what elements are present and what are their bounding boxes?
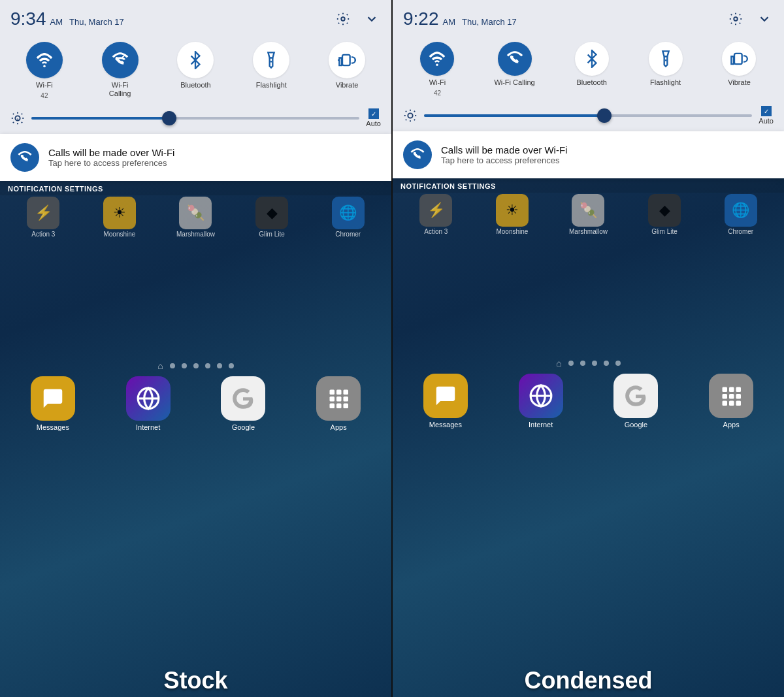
left-vibrate-label: Vibrate bbox=[336, 81, 359, 89]
right-tile-flashlight-circle bbox=[649, 42, 683, 76]
r-internet-icon bbox=[519, 374, 563, 418]
list-item: 🌐 Chromer bbox=[319, 197, 378, 238]
left-quick-settings: Wi-Fi 42 Wi-FiCalling bbox=[0, 37, 391, 106]
svg-rect-32 bbox=[336, 404, 342, 409]
list-item[interactable]: Internet bbox=[512, 374, 570, 429]
left-settings-icon[interactable] bbox=[334, 10, 352, 28]
r-messages-icon bbox=[423, 374, 468, 418]
left-tile-vibrate[interactable]: Vibrate bbox=[321, 42, 373, 89]
left-notification-card[interactable]: Calls will be made over Wi-Fi Tap here t… bbox=[0, 134, 391, 181]
right-bluetooth-label: Bluetooth bbox=[576, 78, 606, 87]
svg-text:A: A bbox=[16, 117, 19, 121]
left-expand-icon[interactable] bbox=[363, 10, 381, 28]
list-item: ◆ Glim Lite bbox=[635, 194, 694, 235]
list-item: 🍡 Marshmallow bbox=[559, 194, 617, 235]
right-notif-title: Calls will be made over Wi-Fi bbox=[441, 144, 567, 155]
right-brightness-fill bbox=[424, 114, 604, 117]
internet-label: Internet bbox=[136, 423, 160, 431]
left-auto-checkbox[interactable]: ✓ bbox=[368, 108, 379, 119]
r-google-icon bbox=[613, 374, 658, 418]
r-dot-2 bbox=[580, 361, 585, 366]
list-item: ☀ Moonshine bbox=[483, 194, 542, 235]
right-status-icons bbox=[727, 10, 774, 28]
right-tile-wifi[interactable]: Wi-Fi 42 bbox=[420, 42, 454, 97]
left-tile-wifi-calling-circle bbox=[102, 42, 139, 78]
svg-rect-56 bbox=[723, 387, 728, 393]
left-brightness-thumb[interactable] bbox=[162, 111, 176, 125]
right-quick-settings: Wi-Fi 42 Wi-Fi Calling bbox=[393, 37, 784, 103]
left-brightness-icon: A bbox=[10, 111, 25, 125]
moonshine-icon: ☀ bbox=[103, 197, 136, 229]
left-flashlight-label: Flashlight bbox=[256, 81, 287, 89]
right-brightness-icon bbox=[403, 108, 417, 123]
right-notif-text: Calls will be made over Wi-Fi Tap here t… bbox=[441, 144, 567, 165]
left-wifi-sublabel: 42 bbox=[41, 92, 48, 99]
right-vibrate-label: Vibrate bbox=[728, 78, 751, 87]
right-brightness-slider[interactable] bbox=[424, 114, 752, 117]
right-tile-wifi-circle bbox=[420, 42, 454, 76]
left-panel-label: Stock bbox=[0, 667, 391, 697]
right-qs-tiles: Wi-Fi 42 Wi-Fi Calling bbox=[400, 42, 776, 97]
svg-point-0 bbox=[341, 17, 345, 21]
svg-rect-30 bbox=[344, 397, 349, 402]
list-item[interactable]: Internet bbox=[119, 376, 178, 431]
chromer-icon: 🌐 bbox=[332, 197, 365, 229]
right-wifi-calling-label: Wi-Fi Calling bbox=[494, 78, 534, 87]
right-tile-vibrate[interactable]: Vibrate bbox=[722, 42, 756, 87]
svg-point-38 bbox=[408, 113, 412, 118]
list-item: ⚡ Action 3 bbox=[14, 197, 73, 238]
svg-rect-62 bbox=[723, 401, 728, 406]
right-tile-wifi-calling[interactable]: Wi-Fi Calling bbox=[494, 42, 534, 87]
left-tile-bluetooth-circle bbox=[177, 42, 214, 78]
left-tile-bluetooth[interactable]: Bluetooth bbox=[169, 42, 221, 89]
svg-point-34 bbox=[734, 17, 738, 21]
right-expand-icon[interactable] bbox=[755, 10, 774, 28]
left-tile-wifi[interactable]: Wi-Fi 42 bbox=[18, 42, 71, 99]
left-partial-apps: ⚡ Action 3 ☀ Moonshine 🍡 Marshmallow ◆ G… bbox=[0, 195, 391, 239]
action3-icon: ⚡ bbox=[27, 197, 59, 229]
right-tile-flashlight[interactable]: Flashlight bbox=[649, 42, 683, 87]
list-item[interactable]: Google bbox=[214, 376, 272, 431]
left-bottom-apps: Messages Internet Google bbox=[0, 376, 391, 438]
google-label: Google bbox=[232, 423, 255, 431]
apps-label: Apps bbox=[331, 423, 347, 431]
left-notif-icon bbox=[10, 143, 39, 172]
list-item[interactable]: Apps bbox=[702, 374, 760, 429]
list-item[interactable]: Apps bbox=[309, 376, 368, 431]
svg-rect-60 bbox=[729, 394, 734, 399]
left-tile-wifi-calling[interactable]: Wi-FiCalling bbox=[94, 42, 146, 98]
list-item[interactable]: Messages bbox=[416, 374, 475, 429]
left-brightness-fill bbox=[31, 117, 169, 120]
r-dot-1 bbox=[568, 361, 574, 366]
right-tile-wifi-calling-circle bbox=[498, 42, 532, 76]
right-notification-card[interactable]: Calls will be made over Wi-Fi Tap here t… bbox=[393, 131, 784, 178]
left-tile-wifi-circle bbox=[26, 42, 63, 78]
right-brightness-thumb[interactable] bbox=[597, 108, 612, 123]
left-tile-flashlight[interactable]: Flashlight bbox=[245, 42, 297, 89]
dot-3 bbox=[193, 363, 199, 368]
svg-rect-28 bbox=[330, 397, 335, 402]
right-settings-icon[interactable] bbox=[727, 10, 745, 28]
right-auto-checkbox[interactable]: ✓ bbox=[761, 106, 772, 116]
left-brightness-slider[interactable] bbox=[31, 117, 359, 120]
right-bottom-apps: Messages Internet Google bbox=[393, 374, 784, 435]
left-notif-settings: NOTIFICATION SETTINGS bbox=[0, 181, 391, 195]
r-messages-label: Messages bbox=[429, 421, 462, 429]
right-brightness-row: ✓ Auto bbox=[393, 103, 784, 131]
right-ampm: AM bbox=[443, 17, 456, 27]
messages-icon bbox=[31, 376, 75, 421]
right-notif-subtitle: Tap here to access preferences bbox=[441, 155, 567, 165]
right-time: 9:22 bbox=[403, 8, 439, 29]
svg-rect-63 bbox=[729, 401, 734, 406]
left-qs-tiles: Wi-Fi 42 Wi-FiCalling bbox=[8, 42, 384, 99]
right-flashlight-label: Flashlight bbox=[650, 78, 681, 87]
right-tile-bluetooth[interactable]: Bluetooth bbox=[575, 42, 609, 87]
svg-rect-26 bbox=[336, 390, 342, 395]
list-item[interactable]: Google bbox=[606, 374, 665, 429]
right-date: Thu, March 17 bbox=[462, 17, 517, 27]
r-chromer-icon: 🌐 bbox=[725, 194, 757, 227]
dot-6 bbox=[229, 363, 234, 368]
right-status-bar: 9:22 AM Thu, March 17 bbox=[393, 0, 784, 37]
right-tile-bluetooth-circle bbox=[575, 42, 609, 76]
list-item[interactable]: Messages bbox=[24, 376, 82, 431]
